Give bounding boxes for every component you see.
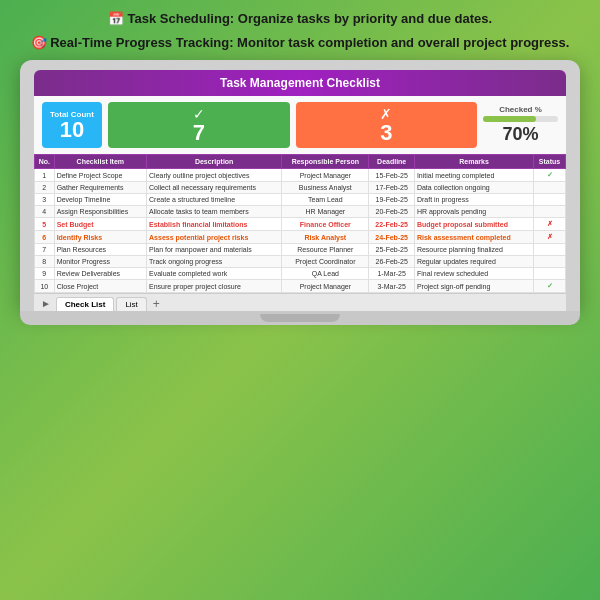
laptop-frame: Task Management Checklist Total Count 10… xyxy=(20,60,580,311)
cell-no: 6 xyxy=(35,231,55,244)
cell-status xyxy=(534,194,566,206)
status-cross-icon: ✗ xyxy=(547,220,553,227)
table-row: 1 Define Project Scope Clearly outline p… xyxy=(35,169,566,182)
tab-prev-arrow[interactable]: ► xyxy=(38,296,54,311)
cell-person: Risk Analyst xyxy=(282,231,369,244)
cell-item: Monitor Progress xyxy=(54,256,146,268)
col-remarks: Remarks xyxy=(414,155,533,169)
cell-deadline: 25-Feb-25 xyxy=(369,244,414,256)
header-line2: 🎯 Real-Time Progress Tracking: Monitor t… xyxy=(31,34,570,52)
table-row: 4 Assign Responsibilities Allocate tasks… xyxy=(35,206,566,218)
cell-deadline: 3-Mar-25 xyxy=(369,280,414,293)
cell-deadline: 15-Feb-25 xyxy=(369,169,414,182)
cell-status: ✓ xyxy=(534,169,566,182)
cell-desc: Evaluate completed work xyxy=(147,268,282,280)
cell-item: Plan Resources xyxy=(54,244,146,256)
col-status: Status xyxy=(534,155,566,169)
cell-no: 2 xyxy=(35,182,55,194)
cell-desc: Plan for manpower and materials xyxy=(147,244,282,256)
cell-no: 9 xyxy=(35,268,55,280)
checked-pct-box: Checked % 70% xyxy=(483,102,558,148)
cell-status xyxy=(534,256,566,268)
cell-remarks: HR approvals pending xyxy=(414,206,533,218)
cell-person: Business Analyst xyxy=(282,182,369,194)
cell-desc: Allocate tasks to team members xyxy=(147,206,282,218)
cell-remarks: Final review scheduled xyxy=(414,268,533,280)
cell-person: Project Manager xyxy=(282,169,369,182)
cell-no: 4 xyxy=(35,206,55,218)
target-icon: 🎯 xyxy=(31,35,47,50)
col-desc: Description xyxy=(147,155,282,169)
cell-desc: Track ongoing progress xyxy=(147,256,282,268)
cell-no: 7 xyxy=(35,244,55,256)
table-row: 3 Develop Timeline Create a structured t… xyxy=(35,194,566,206)
calendar-icon: 📅 xyxy=(108,11,124,26)
checked-pct-value: 70% xyxy=(502,124,538,145)
table-row: 2 Gather Requirements Collect all necess… xyxy=(35,182,566,194)
cell-deadline: 17-Feb-25 xyxy=(369,182,414,194)
tab-list[interactable]: List xyxy=(116,297,146,311)
cell-status xyxy=(534,244,566,256)
unchecked-box: ✗ 3 xyxy=(296,102,478,148)
total-count-value: 10 xyxy=(60,119,84,141)
cell-deadline: 26-Feb-25 xyxy=(369,256,414,268)
checked-box: ✓ 7 xyxy=(108,102,290,148)
col-deadline: Deadline xyxy=(369,155,414,169)
task-table: No. Checklist Item Description Responsib… xyxy=(34,154,566,293)
cell-no: 5 xyxy=(35,218,55,231)
cell-desc: Clearly outline project objectives xyxy=(147,169,282,182)
cell-item: Set Budget xyxy=(54,218,146,231)
table-header: No. Checklist Item Description Responsib… xyxy=(35,155,566,169)
cell-remarks: Resource planning finalized xyxy=(414,244,533,256)
cell-person: Project Coordinator xyxy=(282,256,369,268)
cell-no: 1 xyxy=(35,169,55,182)
cell-item: Define Project Scope xyxy=(54,169,146,182)
cell-remarks: Regular updates required xyxy=(414,256,533,268)
cell-remarks: Risk assessment completed xyxy=(414,231,533,244)
cell-person: Resource Planner xyxy=(282,244,369,256)
summary-row: Total Count 10 ✓ 7 ✗ 3 Checked % 70% xyxy=(34,96,566,154)
cell-remarks: Initial meeting completed xyxy=(414,169,533,182)
cell-item: Gather Requirements xyxy=(54,182,146,194)
cell-deadline: 1-Mar-25 xyxy=(369,268,414,280)
cell-deadline: 24-Feb-25 xyxy=(369,231,414,244)
cell-person: HR Manager xyxy=(282,206,369,218)
cell-deadline: 19-Feb-25 xyxy=(369,194,414,206)
status-check-icon: ✓ xyxy=(547,171,553,178)
cell-desc: Assess potential project risks xyxy=(147,231,282,244)
laptop-base xyxy=(20,311,580,325)
cell-item: Identify Risks xyxy=(54,231,146,244)
table-row: 5 Set Budget Establish financial limitat… xyxy=(35,218,566,231)
spreadsheet: Task Management Checklist Total Count 10… xyxy=(34,70,566,311)
tab-add-button[interactable]: + xyxy=(149,297,164,311)
table-row: 7 Plan Resources Plan for manpower and m… xyxy=(35,244,566,256)
status-check-icon: ✓ xyxy=(547,282,553,289)
cell-status xyxy=(534,182,566,194)
progress-bar-inner xyxy=(483,116,536,122)
tab-checklist[interactable]: Check List xyxy=(56,297,114,311)
cell-no: 3 xyxy=(35,194,55,206)
table-body: 1 Define Project Scope Clearly outline p… xyxy=(35,169,566,293)
sheet-title: Task Management Checklist xyxy=(34,70,566,96)
laptop-notch xyxy=(260,314,340,322)
cell-remarks: Budget proposal submitted xyxy=(414,218,533,231)
cell-status xyxy=(534,268,566,280)
cell-deadline: 22-Feb-25 xyxy=(369,218,414,231)
cell-item: Develop Timeline xyxy=(54,194,146,206)
total-count-box: Total Count 10 xyxy=(42,102,102,148)
cell-person: QA Lead xyxy=(282,268,369,280)
table-row: 10 Close Project Ensure proper project c… xyxy=(35,280,566,293)
cell-remarks: Draft in progress xyxy=(414,194,533,206)
cell-person: Team Lead xyxy=(282,194,369,206)
cell-desc: Create a structured timeline xyxy=(147,194,282,206)
cell-desc: Establish financial limitations xyxy=(147,218,282,231)
cell-status xyxy=(534,206,566,218)
header-line1: 📅 Task Scheduling: Organize tasks by pri… xyxy=(108,10,492,28)
cell-person: Finance Officer xyxy=(282,218,369,231)
table-row: 9 Review Deliverables Evaluate completed… xyxy=(35,268,566,280)
cell-remarks: Project sign-off pending xyxy=(414,280,533,293)
cell-status: ✓ xyxy=(534,280,566,293)
cell-deadline: 20-Feb-25 xyxy=(369,206,414,218)
col-no: No. xyxy=(35,155,55,169)
cell-status: ✗ xyxy=(534,218,566,231)
